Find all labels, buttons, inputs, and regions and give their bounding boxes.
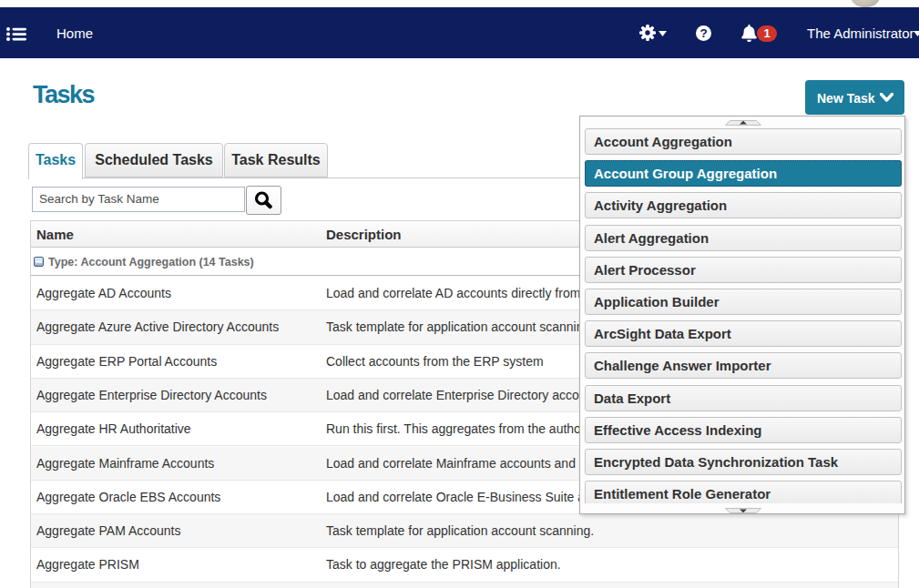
svg-text:?: ?: [699, 26, 707, 40]
